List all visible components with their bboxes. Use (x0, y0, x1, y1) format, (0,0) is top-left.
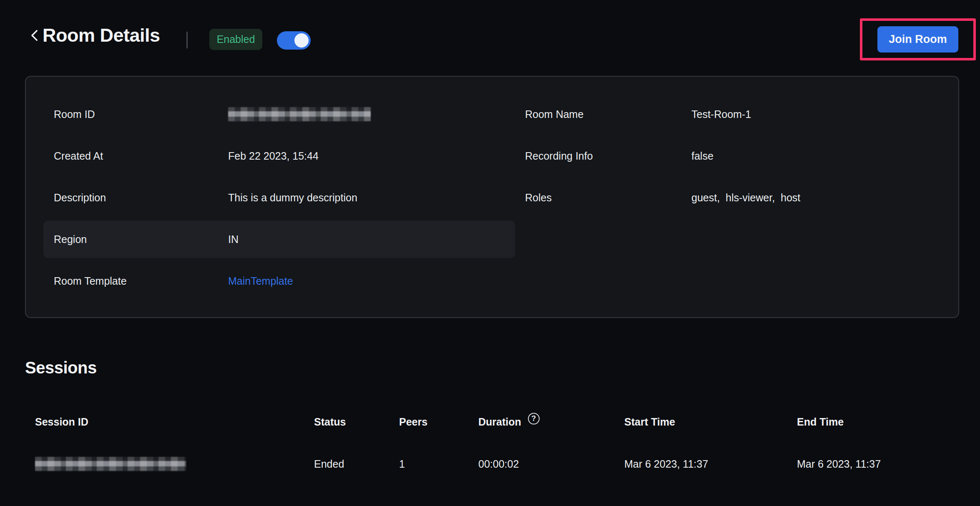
created-at-label: Created At (54, 150, 103, 162)
page-title: Room Details (43, 23, 160, 48)
session-row[interactable]: Ended 1 00:00:02 Mar 6 2023, 11:37 Mar 6… (0, 453, 980, 475)
room-name-value: Test-Room-1 (691, 108, 751, 120)
status-badge: Enabled (209, 29, 262, 50)
column-session-id: Session ID (35, 416, 88, 428)
column-status: Status (314, 416, 346, 428)
region-label: Region (54, 233, 87, 245)
created-at-value: Feb 22 2023, 15:44 (228, 150, 319, 162)
room-template-link[interactable]: MainTemplate (228, 275, 293, 287)
recording-info-label: Recording Info (525, 150, 593, 162)
column-end-time: End Time (797, 416, 844, 428)
recording-info-value: false (691, 150, 714, 162)
session-id-value-redacted (35, 457, 186, 471)
session-peers: 1 (399, 458, 405, 470)
column-peers: Peers (399, 416, 427, 428)
room-template-row: Room Template MainTemplate (26, 260, 515, 302)
column-duration-label: Duration (478, 416, 521, 428)
region-row-highlight (43, 220, 515, 258)
details-right-column: Room Name Test-Room-1 Recording Info fal… (525, 93, 950, 218)
session-end-time: Mar 6 2023, 11:37 (797, 458, 881, 470)
column-duration: Duration ? (478, 416, 540, 428)
duration-help-icon[interactable]: ? (528, 413, 540, 424)
description-value: This is a dummy description (228, 192, 357, 204)
roles-label: Roles (525, 192, 552, 204)
sessions-table-header: Session ID Status Peers Duration ? Start… (0, 411, 980, 433)
recording-info-row: Recording Info false (525, 135, 950, 177)
title-divider (186, 32, 188, 48)
session-duration: 00:00:02 (478, 458, 519, 470)
column-start-time: Start Time (624, 416, 675, 428)
chevron-left-icon (28, 28, 42, 45)
description-label: Description (54, 192, 106, 204)
region-value: IN (228, 233, 239, 245)
back-button[interactable] (26, 27, 44, 45)
details-left-column: Room ID Created At Feb 22 2023, 15:44 De… (26, 93, 515, 302)
room-template-label: Room Template (54, 275, 127, 287)
roles-row: Roles guest, hls-viewer, host (525, 177, 950, 218)
room-details-page: Room Details Enabled Join Room Room ID C… (0, 0, 980, 506)
region-row: Region IN (26, 218, 515, 260)
session-status: Ended (314, 458, 344, 470)
join-room-button[interactable]: Join Room (877, 26, 958, 53)
room-id-row: Room ID (26, 93, 515, 135)
roles-value: guest, hls-viewer, host (691, 192, 800, 204)
room-id-value-redacted (228, 107, 371, 121)
created-at-row: Created At Feb 22 2023, 15:44 (26, 135, 515, 177)
session-start-time: Mar 6 2023, 11:37 (624, 458, 708, 470)
room-id-label: Room ID (54, 108, 95, 120)
room-details-card: Room ID Created At Feb 22 2023, 15:44 De… (25, 76, 959, 318)
description-row: Description This is a dummy description (26, 177, 515, 218)
room-name-label: Room Name (525, 108, 583, 120)
sessions-title: Sessions (25, 358, 97, 377)
room-enabled-toggle[interactable] (277, 31, 311, 50)
room-name-row: Room Name Test-Room-1 (525, 93, 950, 135)
toggle-knob (294, 33, 309, 48)
